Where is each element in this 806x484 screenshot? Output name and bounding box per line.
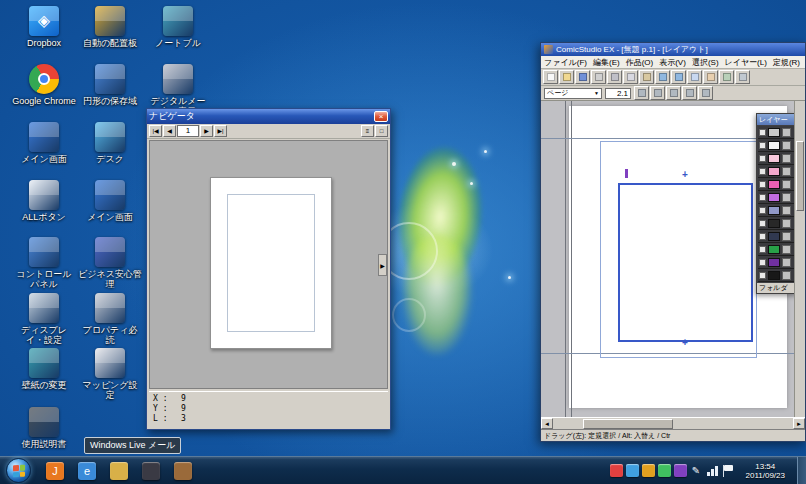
toolbar-new-button[interactable]	[543, 70, 558, 84]
desktop-icon-notable[interactable]: ノートブル	[146, 6, 210, 48]
desktop-icon-wallpaper-change[interactable]: 壁紙の変更	[12, 348, 76, 390]
layer-row-0[interactable]	[758, 126, 796, 139]
menu-item-5[interactable]: レイヤー(L)	[722, 57, 770, 68]
menu-item-1[interactable]: 編集(E)	[590, 57, 623, 68]
vertical-scrollbar[interactable]	[794, 101, 805, 417]
toolbar-undo-button[interactable]	[655, 70, 670, 84]
menu-item-6[interactable]: 定規(R)	[770, 57, 803, 68]
ime-icon[interactable]	[674, 464, 687, 477]
toolbar-print-button[interactable]	[591, 70, 606, 84]
layer-visibility-checkbox[interactable]	[759, 181, 766, 188]
scroll-left-arrow[interactable]: ◄	[541, 418, 553, 429]
toolbar-zoom-button[interactable]	[687, 70, 702, 84]
navigator-close-button[interactable]: ×	[374, 111, 388, 122]
start-button[interactable]	[6, 458, 31, 483]
desktop-icon-backup-area[interactable]: 円形の保存域	[78, 64, 142, 106]
desktop-icon-display-settings[interactable]: ディスプレイ・設定	[12, 293, 76, 345]
nav-first-page-button[interactable]: |◀	[149, 125, 162, 137]
layer-row-2[interactable]	[758, 152, 796, 165]
desktop-icon-main-screen-2[interactable]: メイン画面	[78, 180, 142, 222]
layer-visibility-checkbox[interactable]	[759, 246, 766, 253]
scrollbar-thumb[interactable]	[796, 141, 804, 211]
desktop-icon-control-panel[interactable]: コントロールパネル	[12, 237, 76, 289]
layer-visibility-checkbox[interactable]	[759, 142, 766, 149]
desktop-icon-manual[interactable]: 使用説明書	[12, 407, 76, 449]
pen-input-icon[interactable]: ✎	[690, 464, 703, 477]
action-center-flag-icon[interactable]	[723, 465, 734, 477]
desktop-icon-business-admin[interactable]: ビジネス安心管理	[78, 237, 142, 289]
menu-item-2[interactable]: 作品(O)	[623, 57, 657, 68]
desktop-icon-main-screen[interactable]: メイン画面	[12, 122, 76, 164]
toolbar-redo-button[interactable]	[671, 70, 686, 84]
canvas[interactable]: + + レイヤー フォルダ	[541, 101, 805, 417]
desktop-icon-all-button[interactable]: ALLボタン	[12, 180, 76, 222]
toolbar-next-page-button[interactable]	[650, 86, 665, 100]
toolbar-copy-button[interactable]	[623, 70, 638, 84]
page-inner-frame[interactable]	[618, 183, 753, 342]
security-icon[interactable]	[658, 464, 671, 477]
taskbar-jword-button[interactable]: J	[42, 459, 68, 483]
clock[interactable]: 13:54 2011/09/23	[738, 462, 793, 480]
nav-view-button-0[interactable]: ≡	[361, 125, 374, 137]
layers-palette-title[interactable]: レイヤー	[757, 114, 797, 125]
menu-item-4[interactable]: 選択(S)	[689, 57, 722, 68]
navigator-preview-area[interactable]: ▶	[149, 140, 388, 389]
comicstudio-titlebar[interactable]: ComicStudio EX - [無題 p.1] - [レイアウト]	[541, 43, 805, 56]
toolbar-cut-button[interactable]	[607, 70, 622, 84]
layer-row-5[interactable]	[758, 191, 796, 204]
layer-row-4[interactable]	[758, 178, 796, 191]
layer-row-8[interactable]	[758, 230, 796, 243]
toolbar-actual-size-button[interactable]	[682, 86, 697, 100]
scrollbar-thumb[interactable]	[583, 419, 673, 429]
layer-row-9[interactable]	[758, 243, 796, 256]
scroll-right-arrow[interactable]: ►	[793, 418, 805, 429]
nav-view-button-1[interactable]: □	[375, 125, 388, 137]
ruler-handle[interactable]	[625, 169, 628, 178]
layer-row-6[interactable]	[758, 204, 796, 217]
toolbar-fit-view-button[interactable]	[666, 86, 681, 100]
layer-visibility-checkbox[interactable]	[759, 207, 766, 214]
layer-visibility-checkbox[interactable]	[759, 194, 766, 201]
layer-visibility-checkbox[interactable]	[759, 220, 766, 227]
toolbar-open-button[interactable]	[559, 70, 574, 84]
nav-last-page-button[interactable]: ▶|	[214, 125, 227, 137]
desktop-icon-property-readme[interactable]: プロパティ必読	[78, 293, 142, 345]
show-desktop-button[interactable]	[797, 457, 806, 484]
layer-visibility-checkbox[interactable]	[759, 233, 766, 240]
desktop-icon-dropbox[interactable]: ◈Dropbox	[12, 6, 76, 48]
page-selector[interactable]: ページ ▼	[544, 88, 602, 99]
taskbar-media-device-button[interactable]	[138, 459, 164, 483]
menu-item-0[interactable]: ファイル(F)	[541, 57, 590, 68]
taskbar-browser-button[interactable]: e	[74, 459, 100, 483]
layer-visibility-checkbox[interactable]	[759, 168, 766, 175]
desktop-icon-desk[interactable]: デスク	[78, 122, 142, 164]
layer-visibility-checkbox[interactable]	[759, 259, 766, 266]
zoom-value[interactable]: 2.1	[605, 88, 631, 99]
desktop-icon-mapping-settings[interactable]: マッピング設定	[78, 348, 142, 400]
layer-row-3[interactable]	[758, 165, 796, 178]
toolbar-paste-button[interactable]	[639, 70, 654, 84]
layer-row-10[interactable]	[758, 256, 796, 269]
layer-row-1[interactable]	[758, 139, 796, 152]
navigator-titlebar[interactable]: ナビゲータ ×	[147, 109, 390, 124]
desktop-icon-google-chrome[interactable]: Google Chrome	[12, 64, 76, 106]
layer-visibility-checkbox[interactable]	[759, 155, 766, 162]
toolbar-prev-page-button[interactable]	[634, 86, 649, 100]
horizontal-scrollbar[interactable]: ◄ ►	[541, 417, 805, 429]
antivirus-icon[interactable]	[610, 464, 623, 477]
layer-visibility-checkbox[interactable]	[759, 129, 766, 136]
panel-expand-button[interactable]: ▶	[378, 254, 387, 276]
taskbar-folder-button[interactable]	[106, 459, 132, 483]
toolbar-rotate-view-button[interactable]	[698, 86, 713, 100]
messenger-icon[interactable]	[626, 464, 639, 477]
menu-item-3[interactable]: 表示(V)	[656, 57, 689, 68]
desktop-icon-auto-layout[interactable]: 自動の配置板	[78, 6, 142, 48]
toolbar-grid-button[interactable]	[735, 70, 750, 84]
toolbar-hand-button[interactable]	[703, 70, 718, 84]
nav-prev-page-button[interactable]: ◀	[163, 125, 176, 137]
toolbar-rotate-button[interactable]	[719, 70, 734, 84]
layer-visibility-checkbox[interactable]	[759, 272, 766, 279]
toolbar-save-button[interactable]	[575, 70, 590, 84]
taskbar-package-button[interactable]	[170, 459, 196, 483]
cloud-icon[interactable]	[642, 464, 655, 477]
